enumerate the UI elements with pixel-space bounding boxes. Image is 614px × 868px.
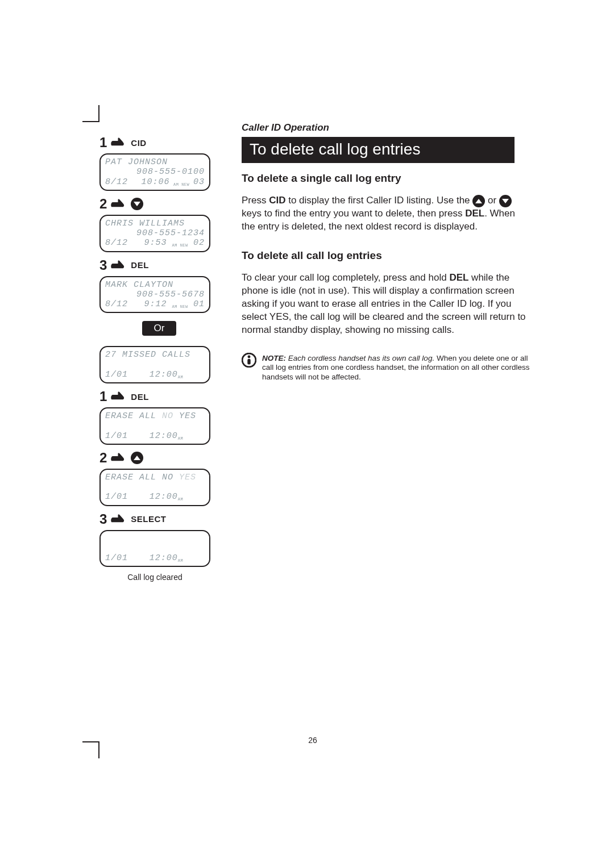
info-icon <box>242 353 256 368</box>
lcd-screen: PAT JOHNSON 908-555-0100 8/12 10:06AM NE… <box>99 153 210 191</box>
page-title: To delete call log entries <box>242 137 515 163</box>
section-header: Caller ID Operation <box>242 122 537 133</box>
lcd-screen: 27 MISSED CALLS 1/0112:00AM <box>99 346 210 383</box>
note-block: NOTE: Each cordless handset has its own … <box>242 354 537 383</box>
step-b1: 1 DEL <box>99 389 219 404</box>
step-b2: 2 <box>99 450 219 465</box>
paragraph-all: To clear your call log completely, press… <box>242 272 526 337</box>
hand-icon <box>110 452 127 464</box>
step-a1: 1 CID <box>99 135 219 150</box>
hand-icon <box>110 259 127 272</box>
or-divider: Or <box>142 321 176 336</box>
lcd-screen: ERASE ALL NO YES 1/0112:00AM <box>99 469 210 506</box>
svg-rect-2 <box>247 358 250 364</box>
hand-icon <box>110 513 127 525</box>
step-b3: 3 SELECT <box>99 512 219 527</box>
lcd-screen: MARK CLAYTON 908-555-5678 8/12 9:12AM NE… <box>99 276 210 314</box>
lcd-screen: CHRIS WILLIAMS 908-555-1234 8/12 9:53AM … <box>99 215 210 252</box>
down-arrow-icon <box>499 195 512 207</box>
down-arrow-icon <box>131 198 143 210</box>
step-a2: 2 <box>99 197 219 211</box>
caption-cleared: Call log cleared <box>99 573 210 582</box>
paragraph-single: Press CID to display the first Caller ID… <box>242 194 526 233</box>
step-a3: 3 DEL <box>99 258 219 273</box>
subheading-single: To delete a single call log entry <box>242 172 537 185</box>
erase-prompt: ERASE ALL <box>105 411 162 421</box>
hand-icon <box>110 136 127 149</box>
crop-mark-bottom-left <box>82 741 99 758</box>
up-arrow-icon <box>131 452 143 464</box>
subheading-all: To delete all call log entries <box>242 249 537 262</box>
up-arrow-icon <box>472 195 485 207</box>
lcd-screen: ERASE ALL NO YES 1/0112:00AM <box>99 407 210 445</box>
svg-point-1 <box>248 355 251 358</box>
hand-icon <box>110 390 127 403</box>
hand-icon <box>110 198 127 210</box>
page-number: 26 <box>99 736 526 745</box>
lcd-screen: 1/0112:00AM <box>99 530 210 567</box>
crop-mark-top-left <box>82 105 99 122</box>
